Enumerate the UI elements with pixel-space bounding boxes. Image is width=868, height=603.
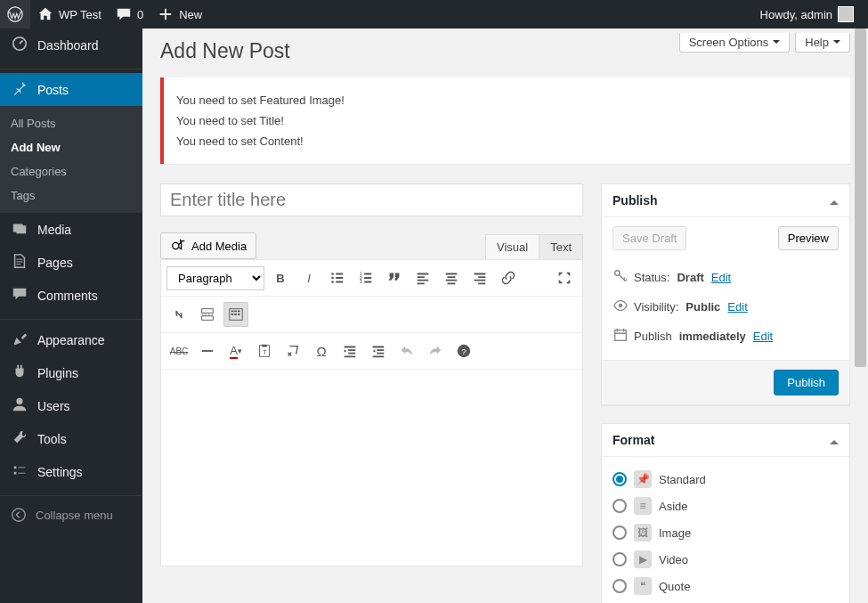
radio-icon xyxy=(612,579,627,593)
edit-schedule-link[interactable]: Edit xyxy=(753,330,773,343)
svg-rect-17 xyxy=(238,311,240,313)
blockquote-button[interactable] xyxy=(382,265,407,290)
format-panel-title: Format xyxy=(612,433,654,447)
menu-users[interactable]: Users xyxy=(0,389,142,422)
publish-panel-title: Publish xyxy=(612,193,658,208)
italic-button[interactable]: I xyxy=(296,265,321,290)
editor-content-area[interactable] xyxy=(161,370,582,566)
toolbar-row-3: ABC A ▾ T Ω ? xyxy=(161,333,582,370)
site-link[interactable]: WP Test xyxy=(30,0,109,29)
align-left-button[interactable] xyxy=(410,265,435,290)
read-more-button[interactable] xyxy=(195,302,220,327)
posts-submenu: All Posts Add New Categories Tags xyxy=(0,106,142,213)
submenu-tags[interactable]: Tags xyxy=(0,183,142,208)
bold-button[interactable]: B xyxy=(268,265,293,290)
align-right-button[interactable] xyxy=(467,265,492,290)
toolbar-toggle-button[interactable] xyxy=(223,302,248,327)
format-option-aside[interactable]: ≡Aside xyxy=(612,493,839,519)
menu-label: Tools xyxy=(37,432,67,446)
collapse-label: Collapse menu xyxy=(36,509,113,522)
main-column: Add Media Visual Text Paragraph B I 123 xyxy=(160,183,583,603)
svg-rect-18 xyxy=(231,314,234,315)
format-type-icon: 🖼 xyxy=(634,524,652,542)
menu-separator xyxy=(0,65,142,69)
home-icon xyxy=(37,6,53,22)
screen-options-label: Screen Options xyxy=(689,36,769,49)
status-value: Draft xyxy=(677,271,703,284)
submenu-categories[interactable]: Categories xyxy=(0,159,142,183)
tab-text[interactable]: Text xyxy=(539,234,583,259)
text-color-button[interactable]: A ▾ xyxy=(223,338,248,363)
scrollbar[interactable] xyxy=(853,29,868,603)
numbered-list-button[interactable]: 123 xyxy=(353,265,378,290)
tools-icon xyxy=(11,429,28,448)
help-button[interactable]: Help xyxy=(795,33,850,53)
format-option-link[interactable]: 🔗Link xyxy=(612,599,839,603)
menu-comments[interactable]: Comments xyxy=(0,279,142,312)
notice-line: You need to set Title! xyxy=(176,114,838,127)
fullscreen-button[interactable] xyxy=(552,265,577,290)
svg-point-8 xyxy=(331,281,334,283)
format-option-image[interactable]: 🖼Image xyxy=(612,519,839,546)
menu-pages[interactable]: Pages xyxy=(0,246,142,279)
paste-text-button[interactable]: T xyxy=(252,338,277,363)
format-option-standard[interactable]: 📌Standard xyxy=(612,466,839,493)
side-column: Publish Save Draft Preview Status: Draft… xyxy=(601,183,850,603)
add-media-label: Add Media xyxy=(191,240,247,253)
menu-media[interactable]: Media xyxy=(0,213,142,246)
menu-appearance[interactable]: Appearance xyxy=(0,323,142,356)
help-icon-button[interactable]: ? xyxy=(451,338,476,363)
media-icon xyxy=(11,220,28,239)
publish-button[interactable]: Publish xyxy=(774,370,839,395)
menu-label: Media xyxy=(37,223,71,237)
undo-button[interactable] xyxy=(394,338,419,363)
minor-publishing-actions: Save Draft Preview xyxy=(612,226,839,250)
format-option-quote[interactable]: ❝Quote xyxy=(612,573,839,599)
redo-button[interactable] xyxy=(423,338,448,363)
bullet-list-button[interactable] xyxy=(325,265,350,290)
collapse-menu[interactable]: Collapse menu xyxy=(0,500,142,530)
menu-plugins[interactable]: Plugins xyxy=(0,356,142,389)
wp-logo[interactable] xyxy=(0,0,30,29)
format-type-icon: ❝ xyxy=(634,577,652,595)
notice-line: You need to set Content! xyxy=(176,134,838,148)
post-title-input[interactable] xyxy=(160,183,583,216)
adminbar-left: WP Test 0 New xyxy=(0,0,209,29)
tab-visual[interactable]: Visual xyxy=(485,234,539,259)
menu-settings[interactable]: Settings xyxy=(0,455,142,488)
edit-visibility-link[interactable]: Edit xyxy=(727,300,747,314)
submenu-add-new[interactable]: Add New xyxy=(0,135,142,159)
preview-button[interactable]: Preview xyxy=(778,226,839,250)
svg-text:T: T xyxy=(263,348,267,356)
account-link[interactable]: Howdy, admin xyxy=(753,0,861,29)
publish-panel-header[interactable]: Publish xyxy=(602,184,849,217)
special-char-button[interactable]: Ω xyxy=(309,338,334,363)
paragraph-select[interactable]: Paragraph xyxy=(166,266,264,290)
clear-formatting-button[interactable] xyxy=(280,338,305,363)
site-title: WP Test xyxy=(59,8,101,21)
new-link[interactable]: New xyxy=(150,0,209,29)
format-panel-header[interactable]: Format xyxy=(602,424,849,457)
menu-tools[interactable]: Tools xyxy=(0,422,142,455)
scrollbar-thumb[interactable] xyxy=(855,29,866,367)
menu-separator xyxy=(0,315,142,320)
eye-icon xyxy=(612,297,627,316)
hr-button[interactable] xyxy=(195,338,220,363)
add-media-button[interactable]: Add Media xyxy=(160,232,256,259)
comments-link[interactable]: 0 xyxy=(109,0,150,29)
link-button[interactable] xyxy=(496,265,521,290)
outdent-button[interactable] xyxy=(337,338,362,363)
unlink-button[interactable] xyxy=(166,302,191,327)
svg-rect-16 xyxy=(234,311,237,313)
edit-status-link[interactable]: Edit xyxy=(711,271,731,284)
format-option-video[interactable]: ▶Video xyxy=(612,546,839,573)
save-draft-button[interactable]: Save Draft xyxy=(612,226,686,250)
indent-button[interactable] xyxy=(366,338,391,363)
submenu-all-posts[interactable]: All Posts xyxy=(0,111,142,135)
menu-dashboard[interactable]: Dashboard xyxy=(0,29,142,61)
strikethrough-button[interactable]: ABC xyxy=(166,338,191,363)
menu-posts[interactable]: Posts xyxy=(0,73,142,106)
screen-options-button[interactable]: Screen Options xyxy=(679,33,791,53)
svg-point-7 xyxy=(331,277,334,280)
align-center-button[interactable] xyxy=(439,265,464,290)
